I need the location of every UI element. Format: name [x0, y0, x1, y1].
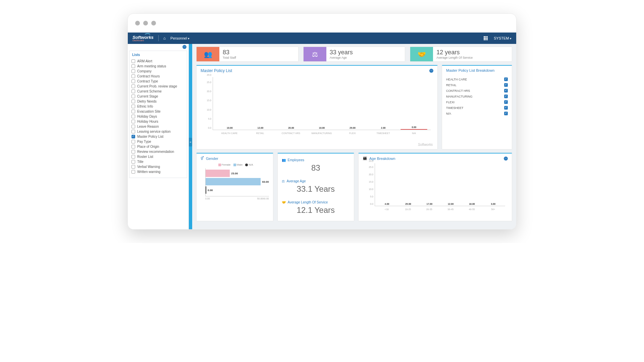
breakdown-checkbox[interactable] — [504, 89, 508, 93]
list-checkbox[interactable] — [131, 160, 135, 164]
list-checkbox[interactable] — [131, 74, 135, 78]
list-checkbox[interactable] — [131, 130, 135, 133]
gender-chart: 23.0060.000.00 — [205, 168, 269, 196]
list-item[interactable]: Contract Hours — [131, 74, 185, 79]
list-item[interactable]: Place of Origin — [131, 144, 185, 149]
list-item[interactable]: Roster List — [131, 154, 185, 159]
list-item-label: Contract Type — [137, 79, 158, 83]
list-checkbox[interactable] — [131, 170, 135, 174]
sidebar-badge-icon[interactable]: ⋯ — [182, 45, 186, 49]
divider — [158, 35, 159, 41]
stat-card: 🤝 12 years Average Length Of Service — [410, 47, 512, 62]
list-checkbox[interactable] — [131, 120, 135, 123]
stat-value: 33 years — [330, 49, 353, 56]
apps-grid-icon[interactable] — [484, 36, 488, 40]
breakdown-label: FLEXI — [446, 101, 454, 104]
list-item[interactable]: Written warning — [131, 169, 185, 174]
list-checkbox[interactable] — [131, 100, 135, 103]
gender-icon: ⚥ — [201, 156, 204, 161]
list-item[interactable]: Verbal Warning — [131, 164, 185, 169]
list-item-label: Current Stage — [137, 95, 158, 98]
breakdown-item: TIMESHEET — [446, 105, 508, 111]
home-icon[interactable]: ⌂ — [163, 36, 166, 41]
traffic-light-dot[interactable] — [151, 21, 156, 25]
nav-personnel[interactable]: Personnel — [170, 36, 190, 40]
metric-label: Average Length Of Service — [288, 200, 328, 204]
list-checkbox[interactable] — [131, 125, 135, 128]
traffic-light-dot[interactable] — [143, 21, 148, 25]
list-item[interactable]: Ethnic Info — [131, 104, 185, 109]
list-item[interactable]: Arm meeting status — [131, 64, 185, 69]
list-item[interactable]: Leaving service option — [131, 129, 185, 134]
list-checkbox[interactable] — [131, 69, 135, 73]
breakdown-checkbox[interactable] — [504, 77, 508, 81]
stat-label: Average Length Of Service — [436, 56, 473, 59]
list-item[interactable]: Title — [131, 159, 185, 164]
breakdown-checkbox[interactable] — [504, 112, 508, 115]
breakdown-item: CONTRACT HRS — [446, 88, 508, 94]
list-checkbox[interactable] — [131, 135, 135, 138]
list-checkbox[interactable] — [131, 79, 135, 83]
list-item[interactable]: Holiday Hours — [131, 119, 185, 124]
list-item-label: Current Scheme — [137, 89, 162, 93]
list-checkbox[interactable] — [131, 115, 135, 118]
list-checkbox[interactable] — [131, 140, 135, 143]
list-checkbox[interactable] — [131, 84, 135, 88]
list-checkbox[interactable] — [131, 145, 135, 148]
nav-system[interactable]: SYSTEM — [494, 36, 512, 40]
handshake-icon: 🤝 — [282, 200, 286, 204]
list-item[interactable]: Current Stage — [131, 94, 185, 99]
panel-metrics: 👥Employees 83 ⚖Average Age 33.1 Years 🤝A… — [277, 153, 355, 221]
metric-label: Employees — [288, 158, 304, 162]
list-item[interactable]: Dietry Needs — [131, 99, 185, 104]
sidebar-lists-header: Lists — [129, 51, 187, 59]
list-item[interactable]: Contract Type — [131, 79, 185, 84]
traffic-light-dot[interactable] — [135, 21, 140, 25]
list-checkbox[interactable] — [131, 105, 135, 108]
list-item-label: Evacuation Site — [137, 110, 161, 113]
list-item-label: Current Prob. review stage — [137, 84, 177, 88]
list-item-label: Holiday Hours — [137, 120, 158, 123]
list-checkbox[interactable] — [131, 110, 135, 113]
list-item[interactable]: Company — [131, 69, 185, 74]
panel-options-icon[interactable]: ⋯ — [504, 157, 508, 161]
list-checkbox[interactable] — [131, 155, 135, 159]
breakdown-item: RETAIL — [446, 82, 508, 88]
list-item-label: Review recommendation — [137, 150, 174, 154]
list-item[interactable]: Master Policy List — [131, 134, 185, 139]
list-item[interactable]: Review recommendation — [131, 149, 185, 154]
collapse-button[interactable]: « — [189, 138, 192, 146]
list-item[interactable]: Evacuation Site — [131, 109, 185, 114]
panel-options-icon[interactable]: ⋯ — [429, 69, 433, 73]
list-checkbox[interactable] — [131, 165, 135, 169]
list-item[interactable]: Holiday Days — [131, 114, 185, 119]
list-checkbox[interactable] — [131, 150, 135, 154]
list-checkbox[interactable] — [131, 59, 135, 63]
window-titlebar — [128, 14, 516, 33]
breakdown-item: HEALTH CARE — [446, 76, 508, 82]
breakdown-checkbox[interactable] — [504, 83, 508, 87]
list-checkbox[interactable] — [131, 64, 135, 68]
master-policy-chart: 0.05.010.015.020.025.029.010.0012.0020.0… — [203, 77, 431, 137]
list-item[interactable]: ARM Alert — [131, 59, 185, 64]
list-checkbox[interactable] — [131, 95, 135, 98]
handshake-icon: 🤝 — [410, 47, 433, 61]
breakdown-checkbox[interactable] — [504, 100, 508, 104]
sidebar: ⋯ Lists ARM AlertArm meeting statusCompa… — [128, 44, 189, 229]
breakdown-checkbox[interactable] — [504, 95, 508, 98]
list-item-label: Title — [137, 160, 144, 164]
breakdown-label: MANUFACTURING — [446, 95, 473, 98]
panel-breakdown: Master Policy List Breakdown HEALTH CARE… — [442, 65, 512, 149]
people-icon: 👥 — [282, 158, 286, 162]
scale-icon: ⚖ — [282, 179, 285, 183]
list-item[interactable]: Current Scheme — [131, 89, 185, 94]
list-item-label: Pay Type — [137, 140, 151, 143]
list-item[interactable]: Current Prob. review stage — [131, 84, 185, 89]
top-navbar: Softworks Dashboard ⌂ Personnel SYSTEM — [128, 33, 516, 44]
breakdown-label: N/A — [446, 112, 451, 115]
breakdown-item: MANUFACTURING — [446, 94, 508, 99]
list-checkbox[interactable] — [131, 89, 135, 93]
breakdown-checkbox[interactable] — [504, 106, 508, 110]
list-item[interactable]: Pay Type — [131, 139, 185, 144]
list-item[interactable]: Leave Reason — [131, 124, 185, 129]
